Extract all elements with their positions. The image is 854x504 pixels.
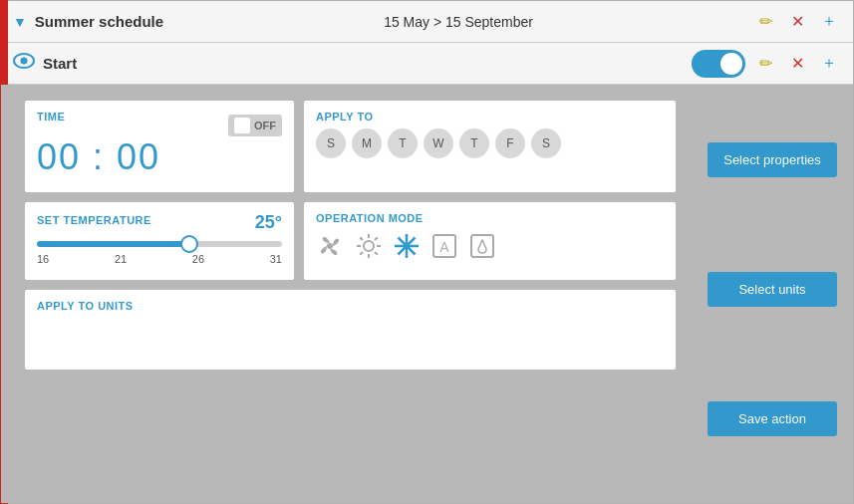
enable-toggle[interactable]	[692, 50, 745, 78]
svg-point-1	[21, 58, 28, 65]
time-panel: TIME OFF 00 : 00	[25, 101, 294, 192]
units-panel: APPLY TO UNITS	[25, 290, 676, 370]
apply-to-label: APPLY TO	[316, 111, 664, 123]
eye-icon[interactable]	[13, 53, 35, 74]
temp-slider[interactable]	[37, 241, 282, 247]
temp-panel: SET TEMPERATURE 25° 16 21 26 31	[25, 202, 294, 280]
day-btn-f[interactable]: F	[495, 128, 525, 158]
operation-panel: OPERATION MODE	[304, 202, 676, 280]
off-toggle[interactable]: OFF	[228, 115, 282, 136]
slider-thumb	[180, 235, 198, 253]
svg-line-9	[375, 252, 378, 255]
svg-point-16	[405, 244, 410, 249]
off-label: OFF	[254, 120, 276, 131]
content-left: TIME OFF 00 : 00 APPLY TO S M T	[25, 101, 676, 487]
time-panel-label: TIME	[37, 111, 65, 123]
schedule-header-actions: ✏ ✕ ＋	[753, 10, 841, 34]
fan-mode-icon[interactable]	[316, 232, 344, 266]
days-row: S M T W T F S	[316, 128, 664, 158]
start-row-actions: ✏ ✕ ＋	[692, 50, 841, 78]
svg-point-2	[327, 243, 333, 249]
heat-mode-icon[interactable]	[356, 233, 382, 265]
schedule-close-icon[interactable]: ✕	[785, 10, 809, 34]
mode-icons: A	[316, 232, 664, 266]
svg-line-10	[375, 237, 378, 240]
start-add-icon[interactable]: ＋	[817, 52, 841, 76]
cool-mode-icon[interactable]	[394, 233, 420, 265]
slider-track	[37, 241, 282, 247]
auto-mode-icon[interactable]: A	[431, 233, 457, 265]
content-right: Select properties Select units Save acti…	[688, 101, 837, 487]
schedule-add-icon[interactable]: ＋	[817, 10, 841, 34]
start-row: Start ✏ ✕ ＋	[1, 43, 853, 85]
units-panel-label: APPLY TO UNITS	[37, 300, 664, 312]
schedule-dates: 15 May > 15 September	[163, 14, 753, 30]
toggle-knob	[720, 53, 742, 75]
temp-panel-label: SET TEMPERATURE	[37, 214, 151, 226]
temp-value: 25°	[255, 212, 282, 233]
day-btn-t2[interactable]: T	[459, 128, 489, 158]
start-edit-icon[interactable]: ✏	[753, 52, 777, 76]
operation-label: OPERATION MODE	[316, 212, 664, 224]
day-btn-w[interactable]: W	[424, 128, 453, 158]
svg-line-8	[360, 237, 363, 240]
svg-line-11	[360, 252, 363, 255]
app-container: ▼ Summer schedule 15 May > 15 September …	[0, 0, 854, 504]
svg-point-3	[364, 241, 374, 251]
dry-mode-icon[interactable]	[469, 233, 495, 265]
start-close-icon[interactable]: ✕	[785, 52, 809, 76]
slider-labels: 16 21 26 31	[37, 253, 282, 265]
day-btn-m[interactable]: M	[352, 128, 382, 158]
day-btn-t1[interactable]: T	[388, 128, 418, 158]
day-btn-s2[interactable]: S	[531, 128, 561, 158]
temp-mark1: 21	[115, 253, 127, 265]
apply-to-panel: APPLY TO S M T W T F S	[304, 101, 676, 192]
middle-panels: SET TEMPERATURE 25° 16 21 26 31	[25, 202, 676, 280]
main-content: TIME OFF 00 : 00 APPLY TO S M T	[1, 85, 853, 503]
save-action-button[interactable]: Save action	[708, 401, 837, 436]
schedule-edit-icon[interactable]: ✏	[753, 10, 777, 34]
schedule-header: ▼ Summer schedule 15 May > 15 September …	[1, 1, 853, 43]
temp-min: 16	[37, 253, 49, 265]
temp-mark2: 26	[192, 253, 204, 265]
chevron-down-icon[interactable]: ▼	[13, 14, 27, 30]
start-label: Start	[43, 55, 77, 72]
schedule-title: Summer schedule	[35, 13, 163, 30]
select-properties-button[interactable]: Select properties	[708, 142, 837, 177]
svg-text:A: A	[439, 239, 449, 255]
top-panels: TIME OFF 00 : 00 APPLY TO S M T	[25, 101, 676, 192]
select-units-button[interactable]: Select units	[708, 272, 837, 307]
right-buttons: Select properties Select units Save acti…	[708, 101, 837, 477]
temp-max: 31	[270, 253, 282, 265]
time-display[interactable]: 00 : 00	[37, 136, 282, 178]
day-btn-s1[interactable]: S	[316, 128, 346, 158]
off-knob	[234, 118, 250, 133]
